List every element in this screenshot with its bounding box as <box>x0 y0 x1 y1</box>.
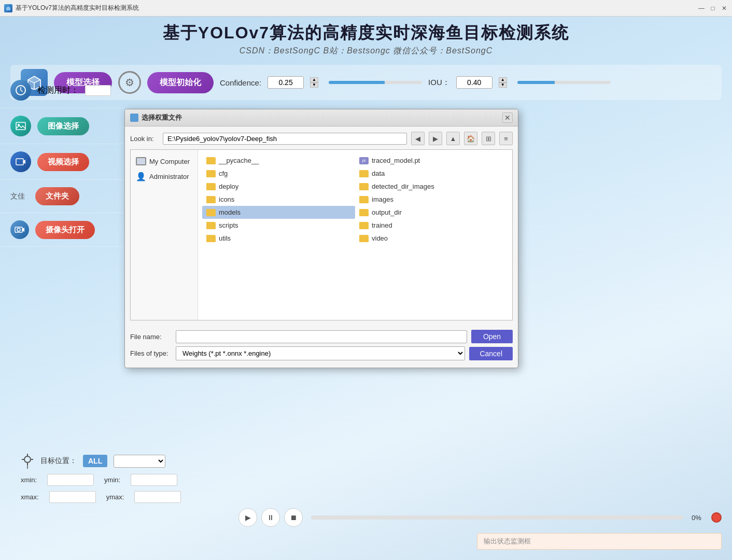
pt-icon: pt <box>359 157 369 164</box>
file-item-scripts[interactable]: scripts <box>202 219 355 232</box>
sidebar-item-mycomputer[interactable]: My Computer <box>131 154 198 169</box>
dialog-close-button[interactable]: ✕ <box>502 113 513 123</box>
cancel-button[interactable]: Cancel <box>469 347 513 360</box>
folder-icon <box>206 196 216 203</box>
dialog-title-text: 选择权重文件 <box>142 113 182 122</box>
folder-icon <box>206 183 216 190</box>
file-item-images[interactable]: images <box>355 193 508 206</box>
file-name: data <box>372 170 385 177</box>
dialog-main: My Computer 👤 Administrator __pycache__ <box>130 149 513 320</box>
file-panel: __pycache__ pt traced_model.pt cfg data <box>198 150 512 320</box>
file-name: detected_dir_images <box>372 183 434 190</box>
filename-input[interactable] <box>176 330 467 343</box>
lookin-input[interactable] <box>163 133 407 145</box>
dialog-title-icon <box>130 114 138 122</box>
sidebar-item-administrator[interactable]: 👤 Administrator <box>131 169 198 185</box>
file-name: utils <box>219 234 231 242</box>
folder-icon <box>359 222 369 229</box>
file-name: traced_model.pt <box>372 157 420 164</box>
folder-icon <box>359 170 369 177</box>
dialog-title-left: 选择权重文件 <box>130 113 182 122</box>
nav-forward-button[interactable]: ▶ <box>429 132 442 145</box>
file-item-trained[interactable]: trained <box>355 219 508 232</box>
folder-icon <box>206 157 216 164</box>
administrator-label: Administrator <box>149 173 189 180</box>
view-grid-button[interactable]: ⊞ <box>482 132 495 145</box>
file-item-pycache[interactable]: __pycache__ <box>202 154 355 167</box>
dialog-body: Look in: ◀ ▶ ▲ 🏠 ⊞ ≡ My Computer <box>125 127 518 326</box>
file-item-icons[interactable]: icons <box>202 193 355 206</box>
filetype-select[interactable]: Weights (*.pt *.onnx *.engine) <box>176 346 465 360</box>
folder-icon <box>359 235 369 242</box>
file-name: models <box>219 208 241 216</box>
file-item-video[interactable]: video <box>355 232 508 245</box>
filetype-label: Files of type: <box>130 349 172 357</box>
file-name: icons <box>219 195 234 203</box>
lookin-row: Look in: ◀ ▶ ▲ 🏠 ⊞ ≡ <box>130 132 513 145</box>
file-name: deploy <box>219 183 238 190</box>
file-name: trained <box>372 221 392 229</box>
dialog-titlebar: 选择权重文件 ✕ <box>125 109 518 127</box>
file-item-models[interactable]: models <box>202 206 355 219</box>
folder-icon <box>206 170 216 177</box>
open-button[interactable]: Open <box>471 330 513 343</box>
file-item-output[interactable]: output_dir <box>355 206 508 219</box>
file-name: __pycache__ <box>219 157 259 164</box>
pc-icon <box>136 157 146 165</box>
folder-icon <box>359 183 369 190</box>
lookin-label: Look in: <box>130 135 159 143</box>
view-list-button[interactable]: ≡ <box>499 132 513 145</box>
file-name: output_dir <box>372 208 402 216</box>
folder-icon <box>359 196 369 203</box>
dialog-overlay: 选择权重文件 ✕ Look in: ◀ ▶ ▲ 🏠 ⊞ ≡ <box>0 0 732 560</box>
folder-icon <box>206 222 216 229</box>
file-item-traced-model[interactable]: pt traced_model.pt <box>355 154 508 167</box>
folder-icon <box>206 235 216 242</box>
file-dialog: 选择权重文件 ✕ Look in: ◀ ▶ ▲ 🏠 ⊞ ≡ <box>124 109 518 368</box>
file-item-detected[interactable]: detected_dir_images <box>355 180 508 193</box>
file-item-deploy[interactable]: deploy <box>202 180 355 193</box>
mycomputer-label: My Computer <box>149 158 190 165</box>
file-name: scripts <box>219 221 238 229</box>
user-icon: 👤 <box>136 172 146 181</box>
file-name: cfg <box>219 170 228 177</box>
dialog-sidebar-panel: My Computer 👤 Administrator <box>131 150 198 320</box>
file-item-utils[interactable]: utils <box>202 232 355 245</box>
file-item-data[interactable]: data <box>355 167 508 180</box>
nav-back-button[interactable]: ◀ <box>411 132 425 145</box>
file-name: video <box>372 234 388 242</box>
dialog-footer: File name: Open Files of type: Weights (… <box>125 326 518 368</box>
filename-row: File name: Open <box>130 330 513 343</box>
folder-icon <box>359 209 369 216</box>
folder-icon <box>206 209 216 216</box>
filename-label: File name: <box>130 333 172 341</box>
nav-up-button[interactable]: ▲ <box>446 132 460 145</box>
filetype-row: Files of type: Weights (*.pt *.onnx *.en… <box>130 346 513 360</box>
file-item-cfg[interactable]: cfg <box>202 167 355 180</box>
nav-home-button[interactable]: 🏠 <box>464 132 477 145</box>
file-name: images <box>372 195 393 203</box>
